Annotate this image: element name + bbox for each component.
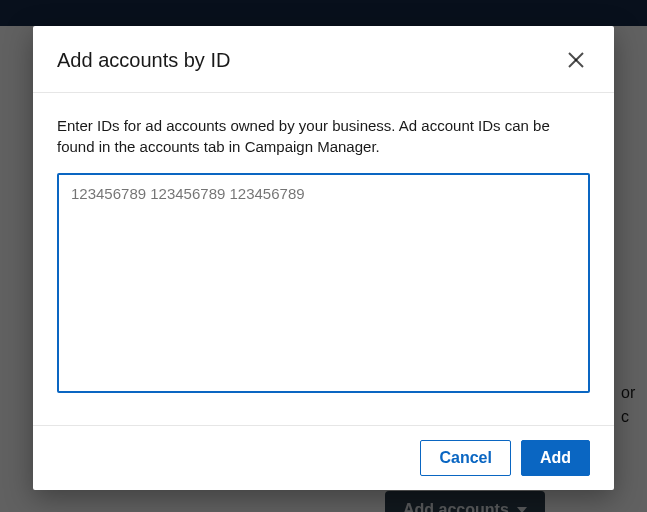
close-icon [566, 50, 586, 70]
cancel-button[interactable]: Cancel [420, 440, 510, 476]
add-accounts-modal: Add accounts by ID Enter IDs for ad acco… [33, 26, 614, 490]
close-button[interactable] [562, 46, 590, 74]
modal-body: Enter IDs for ad accounts owned by your … [33, 93, 614, 425]
add-button[interactable]: Add [521, 440, 590, 476]
account-ids-input[interactable] [57, 173, 590, 393]
app-top-bar [0, 0, 647, 26]
modal-title: Add accounts by ID [57, 49, 230, 72]
instructions-text: Enter IDs for ad accounts owned by your … [57, 115, 590, 157]
modal-footer: Cancel Add [33, 425, 614, 490]
modal-header: Add accounts by ID [33, 26, 614, 93]
